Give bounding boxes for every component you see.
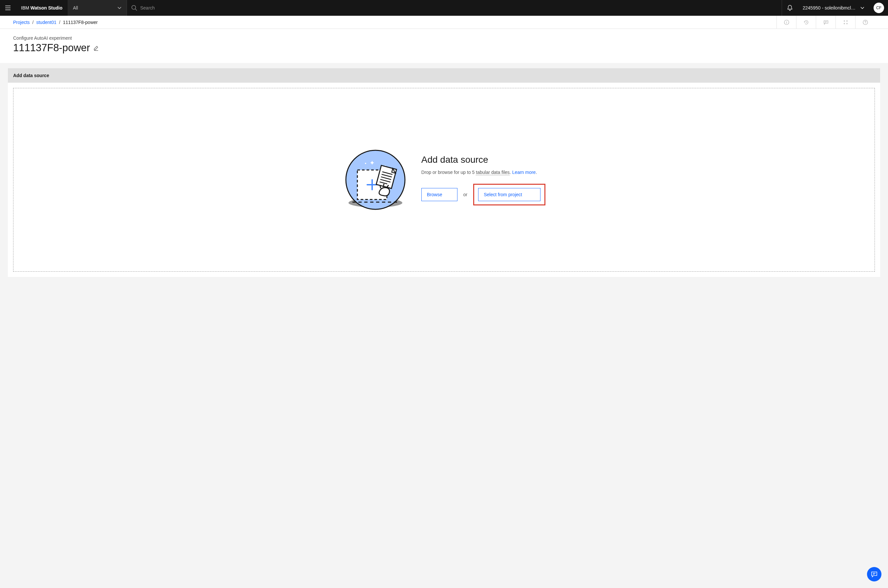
main-content: Add data source <box>0 63 888 285</box>
history-button[interactable] <box>796 16 816 29</box>
dropzone-actions: Browse or Select from project <box>422 184 545 206</box>
dropzone-description: Drop or browse for up to 5 tabular data … <box>422 169 545 176</box>
or-separator: or <box>464 192 467 197</box>
highlight-annotation: Select from project <box>473 184 545 206</box>
svg-point-6 <box>846 23 847 24</box>
edit-title-button[interactable] <box>93 45 99 51</box>
info-button[interactable] <box>776 16 796 29</box>
learn-more-link[interactable]: Learn more <box>512 170 536 175</box>
dropzone-illustration <box>343 147 408 213</box>
breadcrumb-current: 111137F8-power <box>63 20 98 25</box>
breadcrumb: Projects / student01 / 111137F8-power <box>13 20 98 25</box>
top-header: IBM Watson Studio All 2245950 - soleilon… <box>0 0 888 16</box>
scope-dropdown-label: All <box>73 5 78 10</box>
page-subtitle: Configure AutoAI experiment <box>13 35 875 40</box>
brand-product: Watson Studio <box>30 5 62 10</box>
search-bar <box>127 0 782 16</box>
history-icon <box>804 20 809 25</box>
add-file-illustration-icon <box>343 147 408 213</box>
sliders-icon <box>843 20 848 25</box>
avatar[interactable]: CF <box>873 3 884 13</box>
hamburger-icon <box>4 4 11 11</box>
bell-icon <box>787 4 793 11</box>
page-title: 111137F8-power <box>13 42 90 54</box>
data-source-panel: Add data source <box>8 68 880 277</box>
svg-point-5 <box>844 23 844 24</box>
search-icon <box>131 4 138 11</box>
dz-desc-suffix: . <box>510 170 512 175</box>
info-icon <box>784 20 789 25</box>
help-button[interactable] <box>855 16 875 29</box>
select-from-project-button[interactable]: Select from project <box>478 188 540 201</box>
dropzone-title: Add data source <box>422 154 545 165</box>
account-switcher[interactable]: 2245950 - soleilonibmclou... <box>797 0 870 16</box>
breadcrumb-bar: Projects / student01 / 111137F8-power <box>0 16 888 29</box>
page-title-row: 111137F8-power <box>13 42 875 54</box>
page-header: Configure AutoAI experiment 111137F8-pow… <box>0 29 888 63</box>
breadcrumb-student-link[interactable]: student01 <box>36 20 57 25</box>
scope-dropdown[interactable]: All <box>68 0 127 16</box>
dropzone-wrap: Add data source Drop or browse for up to… <box>8 82 880 277</box>
chat-icon <box>824 20 829 25</box>
svg-point-0 <box>132 6 136 9</box>
account-label: 2245950 - soleilonibmclou... <box>802 5 858 10</box>
comments-button[interactable] <box>816 16 836 29</box>
dropzone[interactable]: Add data source Drop or browse for up to… <box>13 88 875 272</box>
chevron-down-icon <box>860 7 864 9</box>
svg-point-4 <box>846 20 847 21</box>
svg-point-11 <box>365 163 366 164</box>
browse-button[interactable]: Browse <box>422 188 458 201</box>
chevron-down-icon <box>117 7 122 9</box>
dz-desc-prefix: Drop or browse for up to 5 <box>422 170 476 175</box>
brand-label: IBM Watson Studio <box>16 5 68 10</box>
svg-point-2 <box>786 21 787 22</box>
breadcrumb-actions <box>776 16 875 29</box>
breadcrumb-separator: / <box>33 20 34 25</box>
breadcrumb-projects-link[interactable]: Projects <box>13 20 30 25</box>
dz-desc-end: . <box>536 170 537 175</box>
pencil-icon <box>93 45 99 51</box>
dropzone-text: Add data source Drop or browse for up to… <box>422 154 545 206</box>
panel-header: Add data source <box>8 68 880 82</box>
search-input[interactable] <box>138 5 778 10</box>
notifications-button[interactable] <box>782 0 797 16</box>
dz-desc-tabular: tabular data files <box>476 170 510 175</box>
svg-point-3 <box>844 20 844 21</box>
hamburger-menu-button[interactable] <box>0 0 16 16</box>
help-icon <box>863 20 868 25</box>
svg-point-8 <box>865 23 866 24</box>
settings-button[interactable] <box>836 16 855 29</box>
breadcrumb-separator: / <box>59 20 60 25</box>
brand-prefix: IBM <box>21 5 30 10</box>
